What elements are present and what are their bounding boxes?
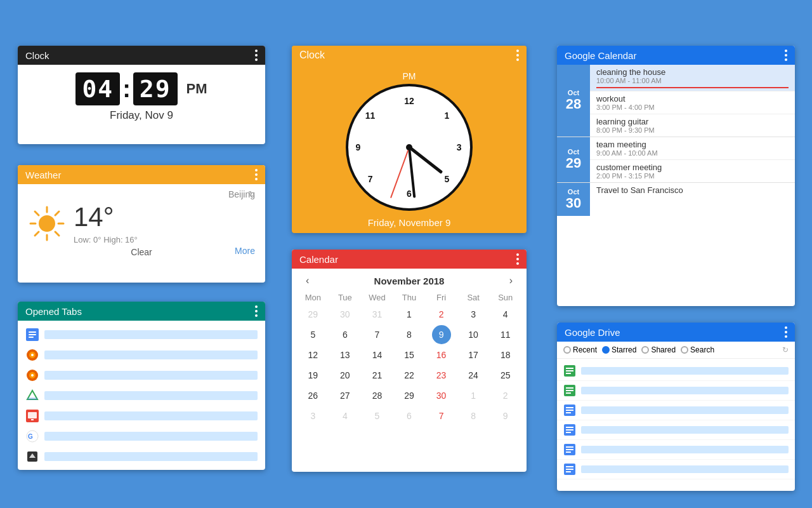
filter-search[interactable]: Search: [681, 345, 714, 354]
calendar-day[interactable]: 6: [400, 406, 419, 425]
calendar-day[interactable]: 14: [367, 345, 386, 364]
svg-line-7: [55, 211, 59, 215]
opened-tabs-menu[interactable]: [255, 305, 258, 317]
calendar-day[interactable]: 26: [303, 386, 322, 405]
clock-yellow-menu[interactable]: [516, 50, 519, 61]
clock-dark-title: Clock: [25, 50, 49, 61]
calendar-day[interactable]: 10: [464, 325, 483, 344]
calendar-day[interactable]: 13: [336, 345, 355, 364]
tab-item[interactable]: [23, 326, 260, 344]
calendar-menu[interactable]: [516, 253, 519, 265]
calendar-day[interactable]: 16: [432, 345, 451, 364]
svg-rect-40: [566, 412, 571, 413]
calendar-day[interactable]: 29: [400, 386, 419, 405]
calendar-day[interactable]: 3: [303, 406, 322, 425]
calendar-day[interactable]: 21: [367, 366, 386, 385]
gcal-body: Oct 28 cleaning the house 10:00 AM - 11:…: [557, 65, 795, 216]
svg-rect-48: [566, 451, 571, 453]
filter-recent[interactable]: Recent: [563, 345, 597, 354]
calendar-day[interactable]: 17: [464, 345, 483, 364]
calendar-day[interactable]: 9: [496, 406, 515, 425]
calendar-day[interactable]: 12: [303, 345, 322, 364]
svg-point-0: [39, 216, 55, 231]
calendar-day[interactable]: 15: [400, 345, 419, 364]
calendar-day[interactable]: 5: [303, 325, 322, 344]
svg-rect-38: [566, 407, 573, 408]
calendar-day[interactable]: 27: [336, 386, 355, 405]
gcal-event[interactable]: Travel to San Francisco: [590, 183, 795, 197]
tab-item[interactable]: [23, 407, 260, 425]
calendar-day[interactable]: 22: [400, 366, 419, 385]
gcal-event[interactable]: team meeting 9:00 AM - 10:00 AM: [590, 137, 795, 160]
clock-dark-menu[interactable]: [255, 50, 258, 61]
gcal-event[interactable]: workout 3:00 PM - 4:00 PM: [590, 91, 795, 114]
calendar-day[interactable]: 1: [464, 386, 483, 405]
radio-shared: [641, 346, 649, 354]
calendar-day[interactable]: 5: [367, 406, 386, 425]
clock-dark-header: Clock: [18, 46, 265, 65]
tab-item[interactable]: [23, 448, 260, 465]
gdrive-refresh-icon[interactable]: ↻: [782, 345, 789, 354]
calendar-day[interactable]: 18: [496, 345, 515, 364]
gcal-event[interactable]: learning guitar 8:00 PM - 9:30 PM: [590, 114, 795, 137]
calendar-day[interactable]: 8: [400, 325, 419, 344]
filter-starred[interactable]: Starred: [602, 345, 636, 354]
docs-icon: [563, 443, 576, 456]
weather-more-link[interactable]: More: [235, 246, 255, 256]
calendar-day[interactable]: 4: [496, 305, 515, 324]
tab-item[interactable]: [23, 366, 260, 384]
calendar-day[interactable]: 30: [432, 386, 451, 405]
calendar-day[interactable]: 31: [367, 305, 386, 324]
svg-point-18: [31, 374, 34, 377]
calendar-day[interactable]: 29: [303, 305, 322, 324]
refresh-icon[interactable]: ↻: [248, 189, 255, 199]
gcal-event[interactable]: cleaning the house 10:00 AM - 11:00 AM: [590, 65, 795, 91]
calendar-day[interactable]: 20: [336, 366, 355, 385]
gdrive-file-item[interactable]: [557, 381, 795, 401]
gdrive-file-item[interactable]: [557, 440, 795, 460]
calendar-day[interactable]: 19: [303, 366, 322, 385]
calendar-day[interactable]: 2: [496, 386, 515, 405]
gcal-day-oct28: 28: [566, 97, 581, 112]
svg-rect-12: [29, 337, 34, 338]
calendar-day[interactable]: 30: [336, 305, 355, 324]
calendar-day-today[interactable]: 9: [432, 325, 451, 344]
calendar-day[interactable]: 7: [432, 406, 451, 425]
gdrive-file-item[interactable]: [557, 401, 795, 420]
clock-num-5: 5: [445, 174, 450, 184]
calendar-day[interactable]: 24: [464, 366, 483, 385]
calendar-day[interactable]: 4: [336, 406, 355, 425]
google-calendar-menu[interactable]: [785, 50, 787, 61]
svg-text:G: G: [28, 433, 33, 440]
calendar-day[interactable]: 11: [496, 325, 515, 344]
calendar-day[interactable]: 6: [336, 325, 355, 344]
calendar-day[interactable]: 7: [367, 325, 386, 344]
gdrive-file-item[interactable]: [557, 460, 795, 479]
next-month-button[interactable]: ›: [506, 274, 516, 288]
calendar-day[interactable]: 23: [432, 366, 451, 385]
svg-rect-21: [27, 398, 37, 400]
gcal-day-oct30: 30: [566, 196, 581, 211]
tab-item[interactable]: [23, 387, 260, 404]
tab-item[interactable]: G: [23, 427, 260, 445]
gcal-event-title: learning guitar: [596, 117, 789, 126]
calendar-day[interactable]: 3: [464, 305, 483, 324]
clock-yellow-header: Clock: [292, 46, 527, 65]
google-drive-menu[interactable]: [785, 326, 787, 338]
calendar-day[interactable]: 28: [367, 386, 386, 405]
firefox-icon: [25, 348, 39, 362]
gcal-event[interactable]: customer meeting 2:00 PM - 3:15 PM: [590, 160, 795, 182]
gdrive-file-item[interactable]: [557, 420, 795, 440]
svg-rect-24: [31, 419, 34, 420]
file-name-bar: [581, 446, 789, 453]
calendar-day[interactable]: 25: [496, 366, 515, 385]
clock-num-1: 1: [445, 110, 450, 121]
prev-month-button[interactable]: ‹: [302, 274, 313, 288]
weather-menu[interactable]: [255, 169, 258, 180]
tab-item[interactable]: [23, 346, 260, 364]
gdrive-file-item[interactable]: [557, 361, 795, 381]
calendar-day[interactable]: 8: [464, 406, 483, 425]
calendar-day[interactable]: 2: [432, 305, 451, 324]
filter-shared[interactable]: Shared: [641, 345, 676, 354]
calendar-day[interactable]: 1: [400, 305, 419, 324]
